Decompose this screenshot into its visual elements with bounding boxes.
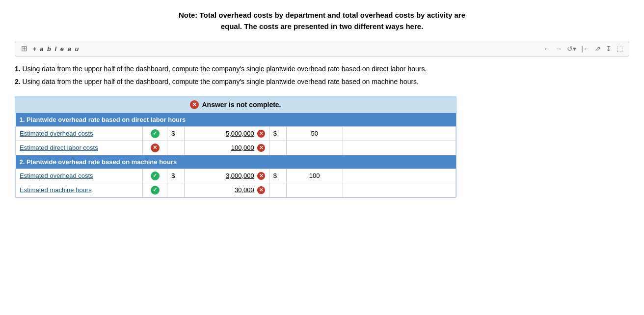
s2-r2-result[interactable] (286, 183, 343, 197)
note-section: Note: Total overhead costs by department… (15, 10, 629, 32)
nav-home-icon[interactable]: |← (581, 45, 590, 53)
s2-r1-value-text: 3,000,000 (226, 172, 254, 179)
s1-r1-dollar2: $ (269, 126, 286, 141)
s1-r2-label[interactable]: Estimated direct labor costs (16, 141, 143, 155)
s1-r1-value: 5,000,000 ✕ (185, 126, 269, 141)
s1-r2-value-text: 100,000 (231, 144, 254, 151)
s1-r1-result[interactable]: 50 (286, 126, 343, 141)
s2-r2-value: 30,000 ✕ (185, 183, 269, 197)
answer-status-bar: ✕ Answer is not complete. (15, 96, 456, 113)
s2-r1-dollar2: $ (269, 169, 286, 183)
s1-r1-blank[interactable] (343, 126, 456, 141)
table-row: Estimated overhead costs ✓ $ 5,000,000 ✕… (16, 126, 456, 141)
s2-r1-status: ✓ (142, 169, 167, 183)
section2-header-row: 2. Plantwide overhead rate based on mach… (16, 155, 456, 169)
s2-r1-value: 3,000,000 ✕ (185, 169, 269, 183)
s2-r2-dollar2 (269, 183, 286, 197)
answer-table: 1. Plantwide overhead rate based on dire… (15, 113, 456, 198)
table-row: Estimated overhead costs ✓ $ 3,000,000 ✕… (16, 169, 456, 183)
nav-download-icon[interactable]: ↧ (606, 45, 612, 53)
s2-r2-dollar1 (167, 183, 185, 197)
instruction-2-num: 2. (15, 78, 21, 86)
s1-r1-label[interactable]: Estimated overhead costs (16, 126, 143, 141)
table-row: Estimated machine hours ✓ 30,000 ✕ (16, 183, 456, 197)
s2-r2-label[interactable]: Estimated machine hours (16, 183, 143, 197)
note-line2: equal. The costs are presented in two di… (221, 22, 424, 30)
s2-r1-blank[interactable] (343, 169, 456, 183)
s2-r1-label[interactable]: Estimated overhead costs (16, 169, 143, 183)
check-icon: ✓ (151, 172, 160, 180)
instructions: 1. Using data from the upper half of the… (15, 63, 629, 88)
s1-r2-x-icon[interactable]: ✕ (257, 144, 265, 152)
s2-r2-status: ✓ (142, 183, 167, 197)
s2-r1-x-icon[interactable]: ✕ (257, 172, 265, 180)
tableau-bar: ⊞ + a b l e a u ← → ↺▾ |← ⇗ ↧ ⬚ (15, 41, 629, 57)
s1-r1-dollar1: $ (167, 126, 185, 141)
s1-r1-x-icon[interactable]: ✕ (257, 130, 265, 138)
s2-r2-value-text: 30,000 (235, 186, 254, 194)
s2-r2-blank[interactable] (343, 183, 456, 197)
nav-expand-icon[interactable]: ⬚ (617, 45, 623, 53)
section2-header-label: 2. Plantwide overhead rate based on mach… (16, 155, 456, 169)
instruction-1-num: 1. (15, 65, 21, 73)
answer-box: ✕ Answer is not complete. 1. Plantwide o… (15, 96, 456, 198)
nav-back-icon[interactable]: ← (543, 45, 550, 53)
s1-r2-result[interactable] (286, 141, 343, 155)
note-line1: Note: Total overhead costs by department… (179, 11, 465, 19)
nav-forward-icon[interactable]: → (555, 45, 562, 53)
s1-r2-blank[interactable] (343, 141, 456, 155)
nav-share-icon[interactable]: ⇗ (595, 45, 601, 53)
s1-r2-status: ✕ (142, 141, 167, 155)
section1-header-row: 1. Plantwide overhead rate based on dire… (16, 113, 456, 127)
s2-r2-x-icon[interactable]: ✕ (257, 186, 265, 194)
table-row: Estimated direct labor costs ✕ 100,000 ✕ (16, 141, 456, 155)
section1-header-label: 1. Plantwide overhead rate based on dire… (16, 113, 456, 127)
tableau-logo-icon: ⊞ (21, 44, 27, 53)
tableau-label: + a b l e a u (32, 45, 540, 53)
s1-r2-dollar2 (269, 141, 286, 155)
tableau-nav-icons: ← → ↺▾ |← ⇗ ↧ ⬚ (543, 45, 623, 53)
answer-status-text: Answer is not complete. (202, 101, 281, 109)
s2-r1-result[interactable]: 100 (286, 169, 343, 183)
s1-r1-value-text: 5,000,000 (226, 130, 254, 137)
instruction-2-text: Using data from the upper half of the da… (21, 78, 419, 86)
check-icon: ✓ (151, 129, 160, 138)
x-circle-icon: ✕ (151, 143, 160, 152)
check-icon: ✓ (151, 186, 160, 195)
s1-r2-dollar1 (167, 141, 185, 155)
instruction-1-text: Using data from the upper half of the da… (21, 65, 427, 73)
s1-r1-status: ✓ (142, 126, 167, 141)
s1-r2-value: 100,000 ✕ (185, 141, 269, 155)
s2-r1-dollar1: $ (167, 169, 185, 183)
nav-refresh-icon[interactable]: ↺▾ (567, 45, 576, 53)
answer-status-icon: ✕ (190, 100, 199, 109)
